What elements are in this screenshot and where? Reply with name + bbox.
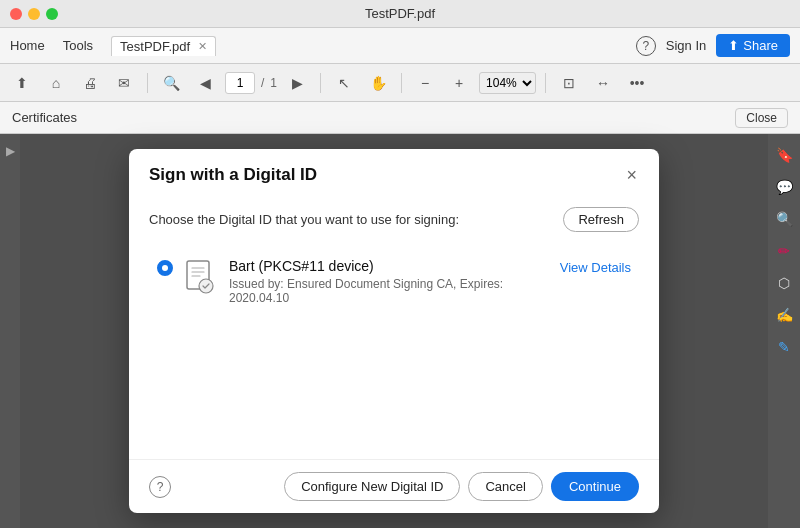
print-button[interactable]: 🖨 [76,69,104,97]
tab-label: TestPDF.pdf [120,39,190,54]
select-tool-button[interactable]: ↖ [330,69,358,97]
help-icon[interactable]: ? [636,36,656,56]
page-number-input[interactable] [225,72,255,94]
right-tool-bookmark[interactable]: 🔖 [771,142,797,168]
left-sidebar: ▶ [0,134,20,528]
dialog-title: Sign with a Digital ID [149,165,317,185]
separator-2 [320,73,321,93]
dialog-close-button[interactable]: × [624,166,639,184]
share-icon: ⬆ [728,38,739,53]
nav-tools[interactable]: Tools [63,38,93,53]
zoom-select[interactable]: 104% [479,72,536,94]
cancel-button[interactable]: Cancel [468,472,542,501]
right-tool-pen[interactable]: ✏ [771,238,797,264]
hand-tool-button[interactable]: ✋ [364,69,392,97]
sign-dialog: Sign with a Digital ID × Choose the Digi… [129,149,659,513]
nav-tab-pdf[interactable]: TestPDF.pdf ✕ [111,36,216,56]
dialog-subtitle-row: Choose the Digital ID that you want to u… [149,207,639,232]
id-radio-button[interactable] [157,260,173,276]
right-sidebar: 🔖 💬 🔍 ✏ ⬡ ✍ ✎ [768,134,800,528]
tab-close-icon[interactable]: ✕ [198,40,207,53]
fit-width-button[interactable]: ↔ [589,69,617,97]
certificates-close-button[interactable]: Close [735,108,788,128]
home-button[interactable]: ⌂ [42,69,70,97]
right-tool-edit[interactable]: ✎ [771,334,797,360]
certificates-label: Certificates [12,110,77,125]
upload-button[interactable]: ⬆ [8,69,36,97]
separator-4 [545,73,546,93]
share-button[interactable]: ⬆ Share [716,34,790,57]
close-window-button[interactable] [10,8,22,20]
minimize-window-button[interactable] [28,8,40,20]
right-tool-sign[interactable]: ✍ [771,302,797,328]
dialog-body: Choose the Digital ID that you want to u… [129,197,659,459]
title-bar: TestPDF.pdf [0,0,800,28]
id-issued: Issued by: Ensured Document Signing CA, … [229,277,550,305]
maximize-window-button[interactable] [46,8,58,20]
app-toolbar: Home Tools TestPDF.pdf ✕ ? Sign In ⬆ Sha… [0,28,800,64]
prev-page-button[interactable]: ◀ [191,69,219,97]
zoom-minus-button[interactable]: − [411,69,439,97]
dialog-subtitle: Choose the Digital ID that you want to u… [149,212,459,227]
secondary-toolbar: ⬆ ⌂ 🖨 ✉ 🔍 ◀ / 1 ▶ ↖ ✋ − + 104% ⊡ ↔ ••• [0,64,800,102]
id-name: Bart (PKCS#11 device) [229,258,550,274]
zoom-out-button[interactable]: 🔍 [157,69,185,97]
more-tools-button[interactable]: ••• [623,69,651,97]
right-tool-search[interactable]: 🔍 [771,206,797,232]
sub-toolbar: Certificates Close [0,102,800,134]
configure-new-id-button[interactable]: Configure New Digital ID [284,472,460,501]
main-content: ▶ Dit is e Sign with a Digital ID × Choo… [0,134,800,528]
nav-home[interactable]: Home [10,38,45,53]
continue-button[interactable]: Continue [551,472,639,501]
footer-buttons: Configure New Digital ID Cancel Continue [284,472,639,501]
footer-help-icon[interactable]: ? [149,476,171,498]
fit-page-button[interactable]: ⊡ [555,69,583,97]
toolbar-right: ? Sign In ⬆ Share [636,34,790,57]
id-item[interactable]: Bart (PKCS#11 device) Issued by: Ensured… [149,248,639,315]
dialog-spacer [149,319,639,439]
sign-in-button[interactable]: Sign In [666,38,706,53]
id-info: Bart (PKCS#11 device) Issued by: Ensured… [229,258,550,305]
window-controls [10,8,58,20]
nav-menu: Home Tools TestPDF.pdf ✕ [10,36,216,56]
id-document-icon [183,258,219,298]
refresh-button[interactable]: Refresh [563,207,639,232]
email-button[interactable]: ✉ [110,69,138,97]
modal-overlay: Sign with a Digital ID × Choose the Digi… [20,134,768,528]
svg-point-1 [199,279,213,293]
zoom-plus-button[interactable]: + [445,69,473,97]
radio-inner [162,265,168,271]
next-page-button[interactable]: ▶ [283,69,311,97]
separator-1 [147,73,148,93]
window-title: TestPDF.pdf [365,6,435,21]
page-separator: / [261,76,264,90]
right-tool-comment[interactable]: 💬 [771,174,797,200]
separator-3 [401,73,402,93]
right-tool-stamp[interactable]: ⬡ [771,270,797,296]
page-total: 1 [270,76,277,90]
pdf-area: Dit is e Sign with a Digital ID × Choose… [20,134,768,528]
sidebar-expand-icon[interactable]: ▶ [6,144,15,158]
share-label: Share [743,38,778,53]
view-details-link[interactable]: View Details [560,260,631,275]
dialog-footer: ? Configure New Digital ID Cancel Contin… [129,459,659,513]
dialog-header: Sign with a Digital ID × [129,149,659,197]
